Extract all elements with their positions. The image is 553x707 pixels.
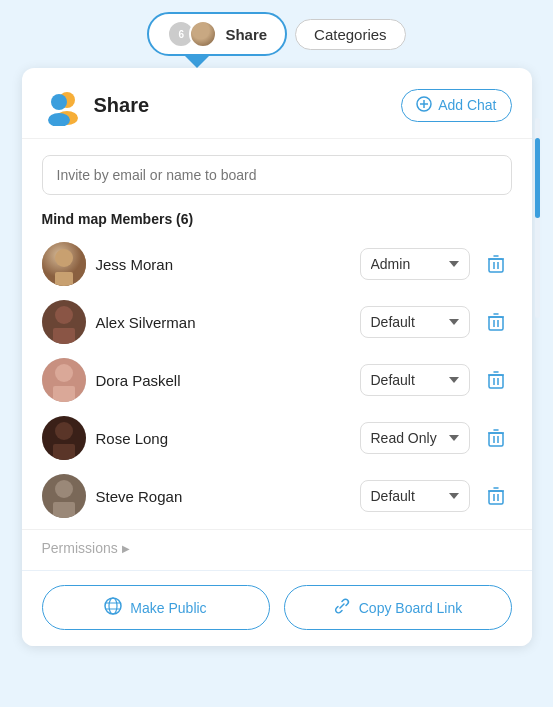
add-chat-icon (416, 96, 432, 115)
tab-categories[interactable]: Categories (295, 19, 406, 50)
svg-rect-25 (53, 386, 75, 402)
tab-share[interactable]: 6 Share (147, 12, 287, 56)
panel-title-area: Share (42, 84, 150, 126)
copy-board-link-label: Copy Board Link (359, 600, 463, 616)
svg-rect-17 (53, 328, 75, 344)
invite-area (22, 139, 532, 203)
svg-rect-42 (489, 491, 503, 504)
link-icon (333, 597, 351, 618)
svg-rect-10 (489, 259, 503, 272)
scrollbar-thumb[interactable] (535, 138, 540, 218)
share-users-icon (42, 84, 84, 126)
delete-button[interactable] (480, 306, 512, 338)
scrollbar-track (535, 118, 540, 318)
member-name: Alex Silverman (96, 314, 350, 331)
avatar (42, 300, 86, 344)
role-select[interactable]: Admin Default Read Only (360, 422, 470, 454)
svg-point-32 (55, 422, 73, 440)
make-public-label: Make Public (130, 600, 206, 616)
svg-point-40 (55, 480, 73, 498)
svg-point-16 (55, 306, 73, 324)
invite-input[interactable] (42, 155, 512, 195)
table-row: Rose Long Admin Default Read Only (42, 409, 512, 467)
make-public-button[interactable]: Make Public (42, 585, 270, 630)
bottom-bar: Make Public Copy Board Link (22, 570, 532, 646)
role-select[interactable]: Admin Default Read Only (360, 480, 470, 512)
table-row: Jess Moran Admin Default Read Only (42, 235, 512, 293)
members-title: Mind map Members (6) (42, 211, 512, 227)
svg-point-48 (109, 598, 117, 614)
member-name: Steve Rogan (96, 488, 350, 505)
add-chat-button[interactable]: Add Chat (401, 89, 511, 122)
svg-point-2 (51, 94, 67, 110)
globe-icon (104, 597, 122, 618)
panel-header: Share Add Chat (22, 68, 532, 139)
add-chat-label: Add Chat (438, 97, 496, 113)
svg-rect-41 (53, 502, 75, 518)
tab-share-label: Share (225, 26, 267, 43)
avatar-stack: 6 (167, 20, 217, 48)
permissions-area: Permissions ▶ (22, 529, 532, 570)
avatar (42, 242, 86, 286)
member-name: Dora Paskell (96, 372, 350, 389)
role-select[interactable]: Admin Default Read Only (360, 248, 470, 280)
members-section: Mind map Members (6) Jess Moran (22, 203, 532, 525)
member-name: Jess Moran (96, 256, 350, 273)
share-panel: Share Add Chat (22, 68, 532, 646)
avatar (42, 474, 86, 518)
avatar (42, 358, 86, 402)
delete-button[interactable] (480, 248, 512, 280)
table-row: Alex Silverman Admin Default Read Only (42, 293, 512, 351)
delete-button[interactable] (480, 480, 512, 512)
tab-bar: 6 Share Categories (0, 0, 553, 56)
member-name: Rose Long (96, 430, 350, 447)
panel-title: Share (94, 94, 150, 117)
svg-rect-9 (55, 272, 73, 286)
svg-rect-26 (489, 375, 503, 388)
svg-rect-18 (489, 317, 503, 330)
role-select[interactable]: Admin Default Read Only (360, 364, 470, 396)
permissions-link[interactable]: Permissions ▶ (42, 540, 512, 556)
delete-button[interactable] (480, 364, 512, 396)
avatar-stack-item (189, 20, 217, 48)
panel-pointer (185, 56, 209, 68)
copy-board-link-button[interactable]: Copy Board Link (284, 585, 512, 630)
permissions-label: Permissions (42, 540, 118, 556)
table-row: Steve Rogan Admin Default Read Only (42, 467, 512, 525)
tab-categories-label: Categories (314, 26, 387, 43)
table-row: Dora Paskell Admin Default Read Only (42, 351, 512, 409)
svg-point-24 (55, 364, 73, 382)
svg-point-47 (105, 598, 121, 614)
svg-rect-33 (53, 444, 75, 460)
panel-wrapper: Share Add Chat (22, 68, 532, 646)
delete-button[interactable] (480, 422, 512, 454)
avatar (42, 416, 86, 460)
svg-rect-34 (489, 433, 503, 446)
svg-point-8 (55, 249, 73, 267)
role-select[interactable]: Admin Default Read Only (360, 306, 470, 338)
chevron-right-icon: ▶ (122, 543, 130, 554)
